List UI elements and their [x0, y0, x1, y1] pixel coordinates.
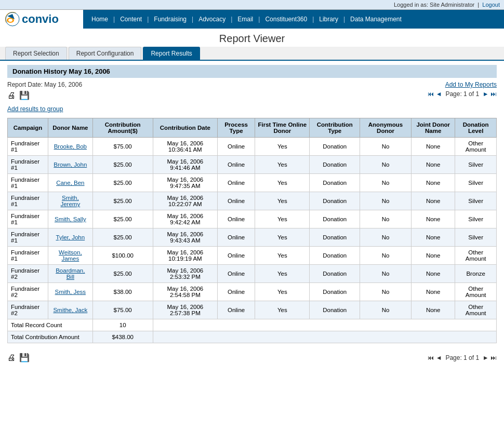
total-record-count-label: Total Record Count	[8, 319, 93, 331]
col-first-time: First Time Online Donor	[255, 118, 310, 138]
report-meta-left: Report Date: May 16, 2006 🖨 💾	[7, 81, 82, 100]
donor-name-link[interactable]: Brown, John	[54, 161, 87, 168]
save-icon[interactable]: 💾	[19, 91, 30, 100]
nav-email[interactable]: Email	[233, 12, 257, 26]
next-page-bottom[interactable]: ►	[483, 354, 489, 361]
table-row: Fundraiser #1Brown, John$25.00May 16, 20…	[8, 156, 497, 174]
page-info-bottom: Page: 1 of 1	[445, 354, 479, 361]
prev-page-bottom[interactable]: ◄	[436, 354, 442, 361]
nav-library[interactable]: Library	[315, 12, 342, 26]
report-meta: Report Date: May 16, 2006 🖨 💾 Add to My …	[7, 81, 497, 100]
first-page-bottom[interactable]: ⏮	[428, 354, 434, 361]
tab-report-configuration[interactable]: Report Configuration	[69, 47, 142, 60]
report-date: Report Date: May 16, 2006	[7, 81, 82, 88]
donor-name-link[interactable]: Smithe, Jack	[53, 307, 87, 313]
logo-icon	[5, 12, 20, 26]
table-row: Fundraiser #1Tyler, John$25.00May 16, 20…	[8, 228, 497, 247]
pagination-top: ⏮ ◄ Page: 1 of 1 ► ⏭	[428, 90, 497, 98]
last-page-top[interactable]: ⏭	[490, 90, 497, 98]
table-row: Fundraiser #1Brooke, Bob$75.00May 16, 20…	[8, 138, 497, 156]
donor-name-link[interactable]: Smith, Jeremy	[60, 195, 80, 207]
logo-text: convio	[22, 12, 59, 26]
report-title: Donation History May 16, 2006	[12, 68, 110, 75]
report-section: Donation History May 16, 2006 Report Dat…	[0, 61, 504, 351]
donor-name-link[interactable]: Smith, Sally	[55, 216, 86, 222]
tab-report-selection[interactable]: Report Selection	[5, 47, 67, 60]
table-row: Fundraiser #1Smith, Sally$25.00May 16, 2…	[8, 210, 497, 228]
table-row: Fundraiser #1Weitson, James$100.00May 16…	[8, 247, 497, 265]
total-contribution-value: $438.00	[92, 331, 153, 343]
table-row: Fundraiser #1Smith, Jeremy$25.00May 16, …	[8, 192, 497, 210]
tab-report-results[interactable]: Report Results	[143, 47, 200, 60]
logout-link[interactable]: Logout	[482, 2, 500, 8]
col-anonymous: Anonymous Donor	[360, 118, 412, 138]
add-results-link[interactable]: Add results to group	[7, 105, 63, 113]
next-page-top[interactable]: ►	[483, 90, 489, 98]
nav-links: Home | Content | Fundraising | Advocacy …	[83, 12, 504, 26]
first-page-top[interactable]: ⏮	[428, 90, 434, 98]
nav-constituent360[interactable]: Constituent360	[261, 12, 311, 26]
donor-name-link[interactable]: Smith, Jess	[55, 289, 86, 295]
prev-page-top[interactable]: ◄	[436, 90, 442, 98]
donor-name-link[interactable]: Boardman, Bill	[56, 267, 85, 280]
save-icon-footer[interactable]: 💾	[19, 353, 30, 362]
donor-name-link[interactable]: Weitson, James	[59, 249, 82, 262]
col-joint-donor: Joint Donor Name	[412, 118, 455, 138]
donor-name-link[interactable]: Cane, Ben	[56, 180, 84, 186]
print-icon[interactable]: 🖨	[7, 91, 16, 100]
table-row: Fundraiser #1Cane, Ben$25.00May 16, 2006…	[8, 174, 497, 192]
top-bar: Logged in as: Site Administrator | Logou…	[0, 0, 504, 10]
logo-area: convio	[0, 10, 83, 29]
nav-data-management[interactable]: Data Management	[346, 12, 406, 26]
table-row: Fundraiser #2Smithe, Jack$75.00May 16, 2…	[8, 301, 497, 319]
add-to-reports-link[interactable]: Add to My Reports	[445, 81, 497, 88]
report-icons: 🖨 💾	[7, 90, 82, 100]
donor-name-link[interactable]: Tyler, John	[56, 234, 85, 240]
total-contribution-label: Total Contribution Amount	[8, 331, 93, 343]
last-page-bottom[interactable]: ⏭	[490, 354, 497, 361]
total-record-count-value: 10	[92, 319, 153, 331]
page-title: Report Viewer	[0, 29, 504, 47]
table-row: Fundraiser #2Smith, Jess$38.00May 16, 20…	[8, 283, 497, 301]
nav-bar: convio Home | Content | Fundraising | Ad…	[0, 10, 504, 29]
nav-home[interactable]: Home	[87, 12, 112, 26]
footer-area: 🖨 💾 ⏮ ◄ Page: 1 of 1 ► ⏭	[0, 351, 504, 368]
donor-name-link[interactable]: Brooke, Bob	[54, 143, 87, 150]
col-contribution-date: Contribution Date	[153, 118, 217, 138]
pagination-bottom: ⏮ ◄ Page: 1 of 1 ► ⏭	[428, 354, 497, 361]
report-meta-right: Add to My Reports ⏮ ◄ Page: 1 of 1 ► ⏭	[428, 81, 497, 98]
nav-fundraising[interactable]: Fundraising	[150, 12, 191, 26]
tabs-bar: Report Selection Report Configuration Re…	[0, 47, 504, 61]
report-title-bar: Donation History May 16, 2006	[7, 65, 497, 78]
nav-content[interactable]: Content	[116, 12, 146, 26]
nav-advocacy[interactable]: Advocacy	[194, 12, 230, 26]
col-donation-level: Donation Level	[455, 118, 497, 138]
logged-in-text: Logged in as: Site Administrator	[394, 2, 474, 8]
svg-point-2	[8, 19, 12, 22]
data-table: Campaign Donor Name Contribution Amount(…	[7, 118, 497, 343]
col-campaign: Campaign	[8, 118, 48, 138]
print-icon-footer[interactable]: 🖨	[7, 353, 16, 362]
col-contribution-type: Contribution Type	[310, 118, 360, 138]
table-row: Fundraiser #2Boardman, Bill$25.00May 16,…	[8, 265, 497, 283]
col-amount: Contribution Amount($)	[92, 118, 153, 138]
footer-icons: 🖨 💾	[7, 353, 32, 362]
col-process-type: Process Type	[217, 118, 255, 138]
col-donor-name: Donor Name	[48, 118, 92, 138]
page-info-top: Page: 1 of 1	[445, 90, 479, 98]
